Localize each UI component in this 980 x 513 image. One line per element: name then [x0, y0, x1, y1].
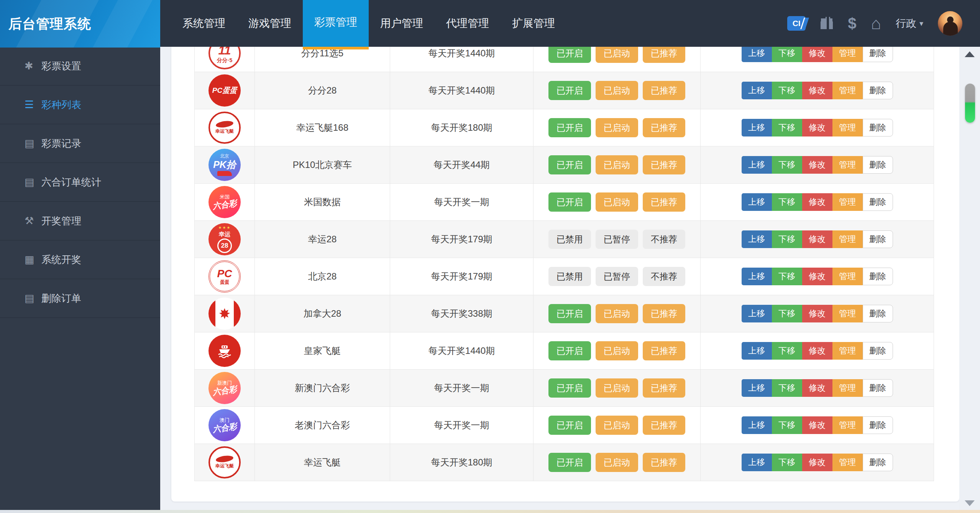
delete-button[interactable]: 删除: [863, 47, 893, 62]
sidebar-item-2[interactable]: ▤彩票记录: [0, 124, 160, 163]
avatar[interactable]: [938, 11, 962, 36]
edit-button[interactable]: 修改: [802, 82, 832, 99]
scrollbar-thumb[interactable]: [965, 84, 975, 123]
move-up-button[interactable]: 上移: [742, 47, 772, 62]
delete-button[interactable]: 删除: [863, 156, 893, 174]
edit-button[interactable]: 修改: [802, 379, 832, 397]
move-down-button[interactable]: 下移: [772, 193, 802, 211]
delete-button[interactable]: 删除: [863, 305, 893, 322]
move-down-button[interactable]: 下移: [772, 454, 802, 471]
status-run-button[interactable]: 已启动: [596, 378, 638, 398]
status-run-button[interactable]: 已暂停: [596, 267, 638, 286]
status-recommend-button[interactable]: 不推荐: [643, 267, 685, 286]
edit-button[interactable]: 修改: [802, 193, 832, 211]
move-up-button[interactable]: 上移: [742, 156, 772, 174]
delete-button[interactable]: 删除: [863, 416, 893, 434]
move-down-button[interactable]: 下移: [772, 379, 802, 397]
edit-button[interactable]: 修改: [802, 305, 832, 322]
dollar-icon[interactable]: $: [848, 16, 856, 31]
move-up-button[interactable]: 上移: [742, 82, 772, 99]
nav-tab-0[interactable]: 系统管理: [171, 0, 237, 47]
delete-button[interactable]: 删除: [863, 230, 893, 248]
manage-button[interactable]: 管理: [832, 379, 863, 397]
edit-button[interactable]: 修改: [802, 416, 832, 434]
sidebar-item-4[interactable]: ⚒开奖管理: [0, 202, 160, 240]
move-up-button[interactable]: 上移: [742, 379, 772, 397]
move-down-button[interactable]: 下移: [772, 268, 802, 285]
home-icon[interactable]: ⌂: [871, 15, 881, 32]
move-up-button[interactable]: 上移: [742, 454, 772, 471]
edit-button[interactable]: 修改: [802, 454, 832, 471]
status-open-button[interactable]: 已开启: [548, 378, 591, 398]
status-recommend-button[interactable]: 已推荐: [643, 118, 685, 137]
edit-button[interactable]: 修改: [802, 268, 832, 285]
status-open-button[interactable]: 已开启: [548, 304, 591, 323]
manage-button[interactable]: 管理: [832, 416, 863, 434]
status-run-button[interactable]: 已启动: [596, 155, 638, 174]
status-run-button[interactable]: 已启动: [596, 341, 638, 360]
move-up-button[interactable]: 上移: [742, 416, 772, 434]
status-open-button[interactable]: 已禁用: [548, 267, 591, 286]
move-down-button[interactable]: 下移: [772, 342, 802, 360]
status-open-button[interactable]: 已开启: [548, 341, 591, 360]
status-recommend-button[interactable]: 已推荐: [643, 155, 685, 174]
move-down-button[interactable]: 下移: [772, 119, 802, 136]
nav-tab-3[interactable]: 用户管理: [369, 0, 435, 47]
move-up-button[interactable]: 上移: [742, 342, 772, 360]
status-recommend-button[interactable]: 已推荐: [643, 416, 685, 435]
move-down-button[interactable]: 下移: [772, 156, 802, 174]
sidebar-item-1[interactable]: ☰彩种列表: [0, 86, 160, 124]
user-role-dropdown[interactable]: 行政 ▾: [896, 16, 923, 30]
status-run-button[interactable]: 已启动: [596, 118, 638, 137]
status-run-button[interactable]: 已启动: [596, 192, 638, 212]
manage-button[interactable]: 管理: [832, 156, 863, 174]
status-recommend-button[interactable]: 已推荐: [643, 453, 685, 472]
status-open-button[interactable]: 已禁用: [548, 230, 591, 249]
nav-tab-1[interactable]: 游戏管理: [237, 0, 303, 47]
status-recommend-button[interactable]: 已推荐: [643, 192, 685, 212]
nav-tab-4[interactable]: 代理管理: [435, 0, 501, 47]
edit-button[interactable]: 修改: [802, 230, 832, 248]
scrollbar[interactable]: [959, 47, 980, 510]
sidebar-item-0[interactable]: ✱彩票设置: [0, 47, 160, 86]
status-recommend-button[interactable]: 已推荐: [643, 47, 685, 63]
manage-button[interactable]: 管理: [832, 119, 863, 136]
nav-tab-2[interactable]: 彩票管理: [303, 0, 369, 49]
status-run-button[interactable]: 已暂停: [596, 230, 638, 249]
delete-button[interactable]: 删除: [863, 119, 893, 136]
scroll-down-arrow-icon[interactable]: [965, 500, 975, 506]
scroll-up-arrow-icon[interactable]: [965, 51, 975, 57]
move-down-button[interactable]: 下移: [772, 416, 802, 434]
move-up-button[interactable]: 上移: [742, 193, 772, 211]
status-open-button[interactable]: 已开启: [548, 416, 591, 435]
edit-button[interactable]: 修改: [802, 47, 832, 62]
status-open-button[interactable]: 已开启: [548, 192, 591, 212]
manage-button[interactable]: 管理: [832, 268, 863, 285]
delete-button[interactable]: 删除: [863, 454, 893, 471]
status-recommend-button[interactable]: 已推荐: [643, 81, 685, 100]
move-up-button[interactable]: 上移: [742, 119, 772, 136]
gift-icon[interactable]: [820, 17, 833, 30]
move-down-button[interactable]: 下移: [772, 82, 802, 99]
delete-button[interactable]: 删除: [863, 193, 893, 211]
status-recommend-button[interactable]: 已推荐: [643, 378, 685, 398]
delete-button[interactable]: 删除: [863, 342, 893, 360]
edit-button[interactable]: 修改: [802, 156, 832, 174]
sidebar-item-3[interactable]: ▤六合订单统计: [0, 163, 160, 202]
manage-button[interactable]: 管理: [832, 47, 863, 62]
manage-button[interactable]: 管理: [832, 193, 863, 211]
move-down-button[interactable]: 下移: [772, 305, 802, 322]
status-open-button[interactable]: 已开启: [548, 118, 591, 137]
status-open-button[interactable]: 已开启: [548, 47, 591, 63]
status-run-button[interactable]: 已启动: [596, 453, 638, 472]
move-up-button[interactable]: 上移: [742, 268, 772, 285]
status-run-button[interactable]: 已启动: [596, 81, 638, 100]
move-down-button[interactable]: 下移: [772, 230, 802, 248]
manage-button[interactable]: 管理: [832, 454, 863, 471]
move-down-button[interactable]: 下移: [772, 47, 802, 62]
manage-button[interactable]: 管理: [832, 342, 863, 360]
manage-button[interactable]: 管理: [832, 305, 863, 322]
status-run-button[interactable]: 已启动: [596, 47, 638, 63]
sidebar-item-6[interactable]: ▤删除订单: [0, 279, 160, 318]
manage-button[interactable]: 管理: [832, 82, 863, 99]
